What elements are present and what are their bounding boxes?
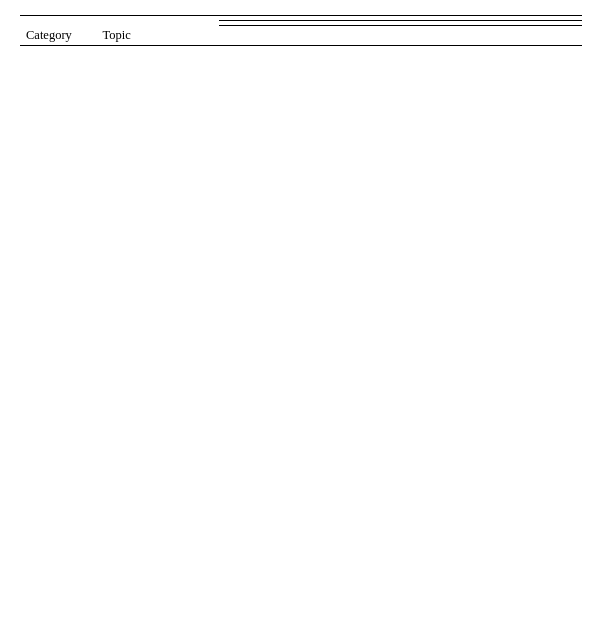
col-mistral-balanced	[491, 26, 582, 46]
col-chatgpt-original	[219, 26, 310, 46]
col-chatgpt-balanced	[310, 26, 401, 46]
col-topic: Topic	[93, 26, 220, 46]
col-category: Category	[20, 26, 93, 46]
col-mistral-original	[401, 26, 492, 46]
results-table: Category Topic	[20, 15, 582, 46]
header-row-3: Category Topic	[20, 26, 582, 46]
